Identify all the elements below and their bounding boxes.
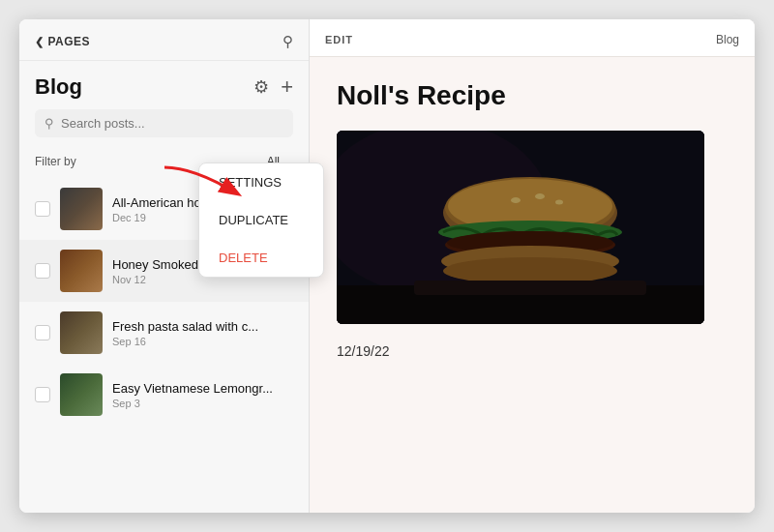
right-panel: EDIT Blog Noll's Recipe	[310, 19, 755, 513]
right-content: Noll's Recipe	[310, 57, 755, 513]
recipe-title: Noll's Recipe	[337, 80, 728, 111]
context-menu-delete[interactable]: DELETE	[199, 239, 323, 277]
list-item[interactable]: Fresh pasta salad with c... Sep 16	[19, 302, 309, 364]
post-date: Sep 16	[112, 336, 293, 347]
post-thumbnail	[60, 373, 103, 416]
panel-icons: ⚙ +	[253, 74, 293, 100]
post-thumbnail	[60, 250, 103, 292]
post-date: Sep 3	[112, 398, 293, 409]
post-title: Fresh pasta salad with c...	[112, 319, 293, 334]
burger-photo	[337, 131, 704, 324]
search-bar-icon: ⚲	[45, 116, 54, 131]
post-info: Easy Vietnamese Lemongr... Sep 3	[112, 381, 293, 409]
recipe-date: 12/19/22	[337, 343, 728, 359]
add-post-button[interactable]: +	[281, 74, 293, 100]
post-thumbnail	[60, 188, 103, 230]
edit-label: EDIT	[325, 34, 353, 45]
post-checkbox[interactable]	[35, 263, 50, 279]
recipe-image	[337, 131, 704, 324]
panel-header: Blog ⚙ +	[19, 61, 309, 109]
post-title: Easy Vietnamese Lemongr...	[112, 381, 293, 396]
burger-svg	[337, 131, 704, 324]
chevron-left-icon: ❮	[35, 36, 45, 48]
post-checkbox[interactable]	[35, 387, 50, 402]
search-input[interactable]	[61, 116, 283, 131]
panel-title: Blog	[35, 74, 82, 100]
context-menu: SETTINGS DUPLICATE DELETE	[198, 163, 324, 278]
top-nav: ❮ PAGES ⚲	[19, 19, 309, 61]
settings-gear-button[interactable]: ⚙	[253, 76, 269, 98]
blog-breadcrumb-link[interactable]: Blog	[716, 33, 739, 46]
context-menu-settings[interactable]: SETTINGS	[199, 163, 323, 201]
right-top-bar: EDIT Blog	[310, 19, 755, 57]
pages-back-button[interactable]: ❮ PAGES	[35, 35, 90, 48]
list-item[interactable]: Easy Vietnamese Lemongr... Sep 3	[19, 364, 309, 426]
search-bar: ⚲	[35, 109, 293, 137]
post-thumbnail	[60, 311, 103, 354]
pages-label: PAGES	[48, 35, 91, 48]
context-menu-duplicate[interactable]: DUPLICATE	[199, 201, 323, 239]
post-checkbox[interactable]	[35, 325, 50, 340]
filter-label: Filter by	[35, 155, 76, 168]
post-checkbox[interactable]	[35, 201, 50, 217]
search-icon[interactable]: ⚲	[283, 33, 293, 50]
app-window: ❮ PAGES ⚲ Blog ⚙ + ⚲ Filter by All ⌄	[19, 19, 755, 513]
post-info: Fresh pasta salad with c... Sep 16	[112, 319, 293, 347]
svg-rect-16	[337, 131, 704, 324]
